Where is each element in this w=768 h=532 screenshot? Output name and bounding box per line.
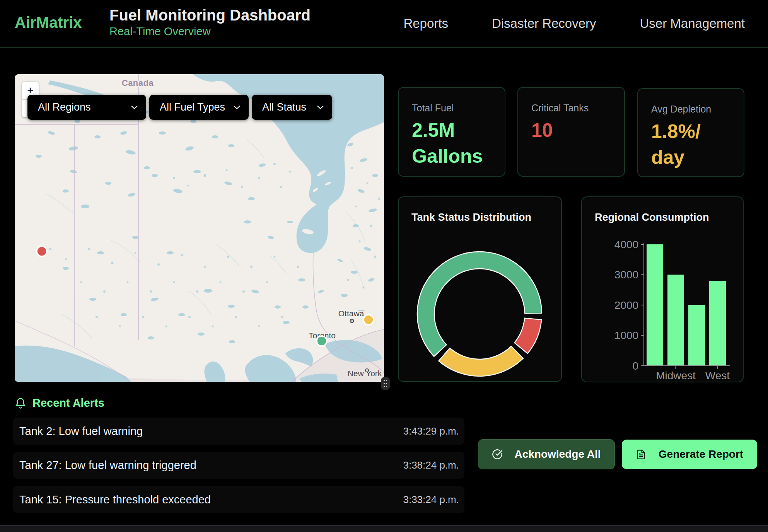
- tank-status-title: Tank Status Distribution: [411, 211, 531, 223]
- svg-text:4000: 4000: [614, 239, 638, 251]
- file-text-icon: [636, 449, 646, 460]
- tank-status-card: Tank Status Distribution: [398, 196, 562, 382]
- fuel-types-dropdown-label: All Fuel Types: [160, 101, 225, 113]
- alert-message: Tank 2: Low fuel warning: [19, 425, 143, 438]
- drag-handle[interactable]: [381, 377, 390, 390]
- stat-card-critical-tanks: Critical Tanks 10: [517, 87, 625, 177]
- chevron-down-icon: [317, 106, 324, 109]
- stat-label: Total Fuel: [412, 102, 492, 114]
- nav-disaster-recovery[interactable]: Disaster Recovery: [492, 16, 596, 31]
- alert-time: 3:33:24 p.m.: [403, 494, 459, 506]
- chevron-down-icon: [131, 106, 138, 109]
- regional-consumption-card: Regional Consumption 01000200030004000Mi…: [581, 196, 744, 382]
- stat-card-avg-depletion: Avg Depletion 1.8%/​day: [637, 88, 744, 177]
- alert-message: Tank 15: Pressure threshold exceeded: [19, 493, 211, 506]
- acknowledge-all-button[interactable]: Acknowledge All: [478, 439, 615, 469]
- acknowledge-all-label: Acknowledge All: [514, 448, 601, 460]
- check-circle-icon: [492, 449, 503, 460]
- stat-label: Avg Depletion: [651, 104, 730, 115]
- alert-row[interactable]: Tank 15: Pressure threshold exceeded 3:3…: [13, 486, 464, 513]
- title-block: Fuel Monitoring Dashboard Real-Time Over…: [109, 6, 311, 38]
- nav-reports[interactable]: Reports: [403, 16, 448, 31]
- map-label-ottawa: Ottawa: [338, 309, 364, 318]
- map-marker-critical[interactable]: [37, 246, 47, 256]
- map-marker-warning[interactable]: [364, 315, 374, 325]
- svg-text:Midwest: Midwest: [656, 370, 696, 382]
- nav: Reports Disaster Recovery User Managemen…: [403, 0, 745, 47]
- alerts-heading: Recent Alerts: [15, 397, 104, 409]
- svg-text:West: West: [705, 370, 730, 382]
- chevron-down-icon: [234, 106, 240, 109]
- regional-consumption-title: Regional Consumption: [595, 211, 709, 223]
- alert-row[interactable]: Tank 27: Low fuel warning triggered 3:38…: [13, 452, 464, 479]
- regions-dropdown[interactable]: All Regions: [27, 95, 146, 120]
- generate-report-button[interactable]: Generate Report: [622, 440, 757, 469]
- page-subtitle: Real-Time Overview: [109, 25, 311, 38]
- tank-status-donut-chart: [399, 197, 561, 381]
- regional-consumption-bar-chart: 01000200030004000MidwestWest: [582, 197, 743, 382]
- fuel-types-dropdown[interactable]: All Fuel Types: [149, 95, 249, 120]
- alert-time: 3:43:29 p.m.: [403, 425, 459, 437]
- nav-user-management[interactable]: User Management: [640, 16, 745, 31]
- svg-text:0: 0: [632, 360, 638, 372]
- svg-text:1000: 1000: [614, 329, 638, 341]
- regions-dropdown-label: All Regions: [38, 101, 91, 113]
- map[interactable]: Canada Ottawa Toronto New York + − All R…: [15, 74, 384, 382]
- stat-value: 2.5M Gallons: [412, 118, 492, 169]
- stat-value: 10: [531, 118, 611, 143]
- stat-card-total-fuel: Total Fuel 2.5M Gallons: [398, 87, 505, 177]
- alerts-heading-text: Recent Alerts: [32, 397, 104, 409]
- map-label-newyork: New York: [348, 369, 382, 378]
- page-title: Fuel Monitoring Dashboard: [109, 6, 311, 24]
- status-dropdown[interactable]: All Status: [252, 95, 332, 120]
- stat-value: 1.8%/​day: [651, 119, 730, 171]
- stat-label: Critical Tanks: [531, 102, 611, 114]
- map-label-canada: Canada: [122, 78, 154, 88]
- header: AirMatrix Fuel Monitoring Dashboard Real…: [0, 0, 768, 48]
- alert-message: Tank 27: Low fuel warning triggered: [19, 459, 196, 472]
- map-filters: All Regions All Fuel Types All Status: [27, 95, 332, 120]
- app-logo: AirMatrix: [15, 14, 82, 31]
- map-marker-normal[interactable]: [317, 336, 327, 346]
- status-dropdown-label: All Status: [262, 101, 306, 113]
- map-canvas: Canada Ottawa Toronto New York: [15, 74, 384, 382]
- svg-text:2000: 2000: [614, 299, 638, 311]
- alert-row[interactable]: Tank 2: Low fuel warning 3:43:29 p.m.: [13, 418, 464, 445]
- generate-report-label: Generate Report: [659, 448, 743, 460]
- svg-text:3000: 3000: [614, 269, 638, 281]
- footer-bar: [0, 525, 768, 532]
- bell-icon: [15, 397, 26, 409]
- alert-time: 3:38:24 p.m.: [403, 459, 459, 471]
